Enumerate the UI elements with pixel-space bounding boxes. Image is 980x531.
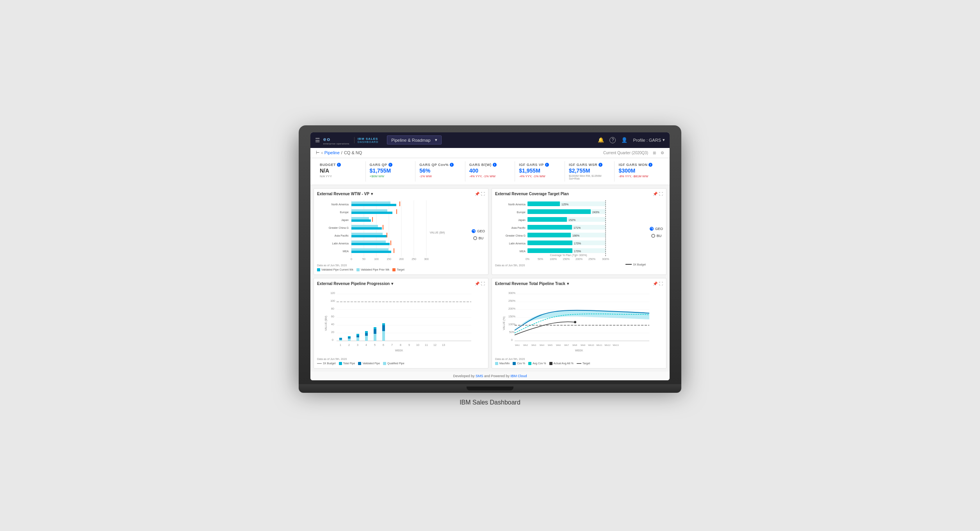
svg-text:VALUE ($M): VALUE ($M) [324, 315, 328, 331]
chart-cov-icons: 📌 ⛶ [653, 192, 663, 196]
filter-icon[interactable]: ⊞ [653, 151, 656, 155]
pipeline-pin-icon[interactable]: 📌 [475, 282, 479, 286]
cov-expand-icon[interactable]: ⛶ [659, 192, 663, 196]
kpi-row: BUDGETi N/A N/A YYY GARS QPi $1,755M +$6… [310, 158, 670, 185]
nav-dropdown[interactable]: Pipeline & Roadmap ▾ [387, 135, 442, 144]
legend-maxmin-dot [495, 362, 498, 365]
svg-text:150%: 150% [563, 258, 570, 260]
pipeline-legend: 3X Budget Total Pipe Validated Pipe [317, 362, 485, 365]
chart-cov-title: External Revenue Coverage Target Plan [495, 192, 569, 196]
svg-text:Europe: Europe [517, 211, 526, 214]
bell-icon[interactable]: 🔔 [598, 137, 604, 143]
kpi-gars-qp-cov: GARS QP Cov%i 56% -1% WW [415, 161, 465, 182]
expand-icon[interactable]: ⛶ [481, 192, 485, 196]
chart-ext-rev-wtw-dropdown[interactable]: ▾ [371, 192, 373, 196]
svg-text:VALUE ($M): VALUE ($M) [430, 231, 445, 234]
cov-radio-bu[interactable]: BU [651, 234, 662, 238]
svg-text:125%: 125% [561, 203, 568, 206]
kpi-igf-vp-info[interactable]: i [545, 163, 549, 167]
svg-text:MEA: MEA [520, 250, 526, 253]
kpi-gars-qp-info[interactable]: i [388, 163, 392, 167]
hamburger-icon[interactable]: ☰ [315, 137, 320, 143]
svg-rect-24 [351, 227, 382, 230]
svg-text:Japan: Japan [518, 219, 526, 222]
cov-radio-geo[interactable]: GEO [650, 227, 663, 231]
chart-ext-rev-wtw-header: External Revenue WTW - VP ▾ 📌 ⛶ [317, 192, 485, 196]
svg-rect-110 [374, 334, 376, 341]
svg-rect-107 [365, 336, 368, 341]
cov-pin-icon[interactable]: 📌 [653, 192, 657, 196]
help-icon[interactable]: ? [609, 137, 616, 143]
pin-icon[interactable]: 📌 [475, 192, 479, 196]
svg-text:80: 80 [331, 307, 334, 310]
svg-text:150%: 150% [508, 315, 515, 318]
dropdown-arrow: ▾ [435, 137, 437, 143]
svg-text:3: 3 [357, 344, 358, 346]
svg-text:173%: 173% [574, 242, 581, 245]
cov-data-note: Data as of Jun 5th, 2020 [495, 264, 525, 267]
pipeline-expand-icon[interactable]: ⛶ [481, 282, 485, 286]
cov-chart-svg: North America Europe Japan Asia Pacific … [495, 198, 646, 261]
max-min-area [515, 310, 649, 329]
svg-text:0: 0 [332, 339, 333, 341]
svg-text:0: 0 [351, 258, 352, 260]
svg-text:166%: 166% [572, 234, 579, 237]
user-icon[interactable]: 👤 [621, 137, 627, 143]
brand-logo: eo enterprise operations [323, 135, 349, 145]
legend-qualified-dot [383, 362, 386, 365]
radio-geo[interactable]: GEO [472, 229, 485, 233]
radio-bu-circle[interactable] [473, 236, 477, 240]
svg-text:MEA: MEA [343, 250, 349, 253]
svg-text:200: 200 [399, 258, 404, 260]
profile-button[interactable]: Profile : GARS ▾ [633, 137, 665, 143]
svg-text:Europe: Europe [340, 211, 349, 214]
breadcrumb-back[interactable]: ‹ [321, 150, 323, 155]
chart-pipeline-header: External Revenue Pipeline Progression ▾ … [317, 282, 485, 286]
svg-text:12: 12 [433, 344, 437, 346]
chart-total-pipeline-dropdown[interactable]: ▾ [567, 282, 569, 286]
kpi-gars-bw-info[interactable]: i [493, 163, 497, 167]
kpi-gars-qp-cov-info[interactable]: i [450, 163, 454, 167]
nav-icons: 🔔 ? 👤 Profile : GARS ▾ [598, 137, 665, 143]
cov-radio-geo-circle[interactable] [650, 227, 654, 231]
cov-radio-bu-circle[interactable] [651, 234, 655, 238]
chart-cov-body: North America Europe Japan Asia Pacific … [495, 198, 663, 267]
breadcrumb-sep: / [341, 150, 342, 155]
svg-text:Wk2: Wk2 [523, 344, 528, 346]
svg-rect-14 [351, 201, 390, 204]
kpi-igf-won-info[interactable]: i [649, 163, 652, 167]
svg-text:Wk12: Wk12 [604, 344, 611, 346]
svg-text:WEEK: WEEK [575, 349, 583, 352]
settings-icon[interactable]: ⚙ [661, 151, 664, 155]
breadcrumb-nav-start[interactable]: ⊢ [316, 150, 320, 155]
footer-ibm-cloud-link[interactable]: IBM Cloud [511, 374, 527, 378]
svg-rect-28 [387, 233, 387, 237]
svg-text:50%: 50% [538, 258, 543, 260]
svg-text:200%: 200% [508, 307, 515, 310]
svg-text:200%: 200% [576, 258, 583, 260]
svg-text:150: 150 [387, 258, 391, 260]
kpi-igf-wsr-info[interactable]: i [599, 163, 602, 167]
actual-dot [574, 321, 576, 323]
chart-pipeline-dropdown[interactable]: ▾ [391, 282, 393, 286]
svg-text:20: 20 [331, 331, 334, 333]
total-pipeline-expand-icon[interactable]: ⛶ [659, 282, 663, 286]
bar-chart-svg: North America Europe Japan Greater China… [317, 198, 468, 261]
legend-validated-dot [358, 362, 361, 365]
dashboard: ☰ eo enterprise operations IBM SALES DAS… [310, 132, 670, 380]
radio-bu[interactable]: BU [473, 236, 484, 240]
svg-rect-57 [527, 201, 560, 206]
footer-sms-link[interactable]: SMS [476, 374, 483, 378]
svg-rect-98 [339, 340, 342, 341]
svg-text:50: 50 [362, 258, 365, 260]
svg-text:250%: 250% [508, 299, 515, 302]
kpi-budget-info[interactable]: i [337, 163, 341, 167]
legend-dot-target [392, 268, 396, 271]
svg-text:Latin America: Latin America [509, 242, 526, 245]
legend-target: Target [577, 362, 590, 365]
breadcrumb-pipeline[interactable]: Pipeline [324, 150, 340, 155]
nav-left: ☰ eo enterprise operations IBM SALES DAS… [315, 135, 378, 145]
radio-geo-circle[interactable] [472, 229, 476, 233]
total-pipeline-pin-icon[interactable]: 📌 [653, 282, 657, 286]
svg-text:Latin America: Latin America [332, 242, 349, 245]
